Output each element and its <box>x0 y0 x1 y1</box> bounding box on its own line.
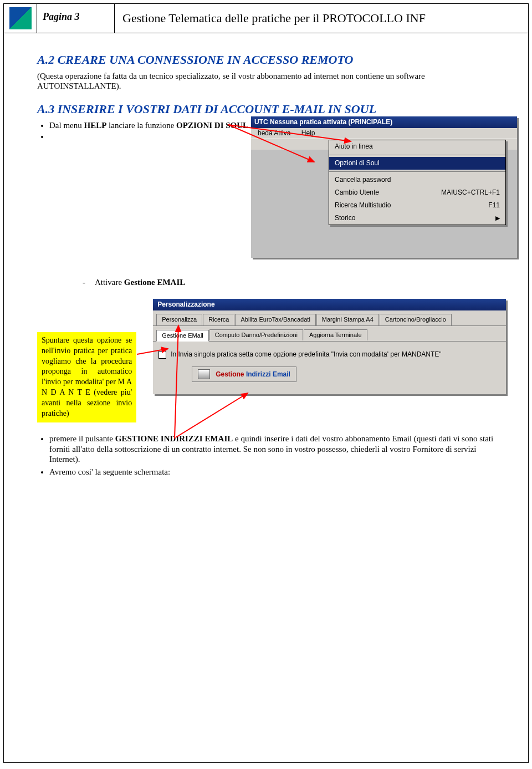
bottom-bullet-1: premere il pulsante GESTIONE INDIRIZZI E… <box>49 434 506 465</box>
button-label: Gestione Indirizzi Email <box>216 370 290 379</box>
menu-cambio-label: Cambio Utente <box>335 189 379 197</box>
button-label-part2: Indirizzi Email <box>246 370 290 378</box>
section-a3-heading: A.3 INSERIRE I VOSTRI DATI DI ACCOUNT E-… <box>37 101 506 117</box>
chevron-right-icon: ▶ <box>495 215 500 222</box>
tab-aggiorna-terminale[interactable]: Aggiorna Terminale <box>304 329 367 341</box>
bottom-bullet-2: Avremo cosi' la seguente schermata: <box>49 467 506 477</box>
tab-personalizza[interactable]: Personalizza <box>156 314 202 325</box>
tab-margini[interactable]: Margini Stampa A4 <box>316 314 379 325</box>
button-label-part1: Gestione <box>216 370 246 378</box>
dialog-titlebar: Personalizzazione <box>153 299 506 310</box>
menu-cambio-shortcut: MAIUSC+CTRL+F1 <box>441 189 500 197</box>
step-1-bold-2: OPZIONI DI SOUL <box>176 121 248 130</box>
menu-cancella-label: Cancella password <box>335 176 391 184</box>
menu-help[interactable]: Help <box>297 128 320 138</box>
menu-storico-label: Storico <box>335 214 355 222</box>
logo-cell <box>4 4 37 33</box>
screenshot-personalizzazione: Personalizzazione PersonalizzaRicercaAbi… <box>153 299 506 395</box>
gestione-indirizzi-email-button[interactable]: Gestione Indirizzi Email <box>192 366 296 382</box>
menu-opzioni-label: Opzioni di Soul <box>335 159 380 167</box>
checkbox-label: In Invia singola pratica setta come opzi… <box>171 350 441 359</box>
svg-line-3 <box>176 393 248 437</box>
step-1-text: Dal menu <box>49 121 84 130</box>
page-header: Pagina 3 Gestione Telematica delle prati… <box>4 4 528 33</box>
menu-cancella-password[interactable]: Cancella password <box>329 174 505 186</box>
tab-ricerca[interactable]: Ricerca <box>203 314 234 325</box>
step-2-bold: Gestione EMAIL <box>124 278 185 287</box>
bottom-bullets: premere il pulsante GESTIONE INDIRIZZI E… <box>37 434 506 477</box>
step-1-bold-1: HELP <box>84 121 106 130</box>
tabs-row-1: PersonalizzaRicercaAbilita EuroTax/Banca… <box>153 310 506 326</box>
menu-cambio-utente[interactable]: Cambio UtenteMAIUSC+CTRL+F1 <box>329 186 505 199</box>
tab-cartoncino[interactable]: Cartoncino/Brogliaccio <box>380 314 452 325</box>
step-2-text: Attivare <box>95 278 124 287</box>
menu-aiuto-label: Aiuto in linea <box>335 142 373 151</box>
menu-ricerca-label: Ricerca Multistudio <box>335 201 391 210</box>
menu-storico[interactable]: Storico▶ <box>329 212 505 225</box>
menu-aiuto-in-linea[interactable]: Aiuto in linea <box>329 140 505 153</box>
menu-ricerca-multistudio[interactable]: Ricerca MultistudioF11 <box>329 199 505 212</box>
tabs-row-2: Gestione EMailComputo Danno/Predefinizio… <box>153 326 506 342</box>
step-2: Attivare Gestione EMAIL <box>83 277 506 288</box>
document-title: Gestione Telematica delle pratiche per i… <box>115 4 528 33</box>
logo-icon <box>9 7 32 29</box>
page-number-label: Pagina 3 <box>37 4 115 33</box>
window-titlebar: UTC Nessuna pratica attivata (PRINCIPALE… <box>251 116 517 128</box>
checkbox-mandante-row[interactable]: In Invia singola pratica setta come opzi… <box>158 350 500 359</box>
yellow-callout: Spuntare questa opzione se nell'invio pr… <box>37 332 136 422</box>
menubar: heda Attiva Help <box>251 128 517 139</box>
menu-scheda[interactable]: heda Attiva <box>253 128 295 138</box>
menu-opzioni-di-soul[interactable]: Opzioni di Soul <box>329 157 505 170</box>
tab-eurotax[interactable]: Abilita EuroTax/Bancadati <box>235 314 315 325</box>
checkbox-icon[interactable] <box>158 351 166 359</box>
step-1-text-2: lanciare la funzione <box>106 121 176 130</box>
tab-gestione-email[interactable]: Gestione EMail <box>156 330 209 342</box>
help-dropdown: Aiuto in linea Opzioni di Soul Cancella … <box>329 140 506 225</box>
tab-computo-danno[interactable]: Computo Danno/Predefinizioni <box>209 329 303 341</box>
menu-ricerca-shortcut: F11 <box>488 201 500 210</box>
bottom-1-text-a: premere il pulsante <box>49 434 115 443</box>
section-a2-note: (Questa operazione fa fatta da un tecnic… <box>37 71 506 92</box>
section-a2-heading: A.2 CREARE UNA CONNESSIONE IN ACCESSO RE… <box>37 52 506 68</box>
bottom-1-bold: GESTIONE INDIRIZZI EMAIL <box>115 434 233 443</box>
screenshot-soul-menu: UTC Nessuna pratica attivata (PRINCIPALE… <box>251 116 517 258</box>
email-icon <box>198 369 210 379</box>
